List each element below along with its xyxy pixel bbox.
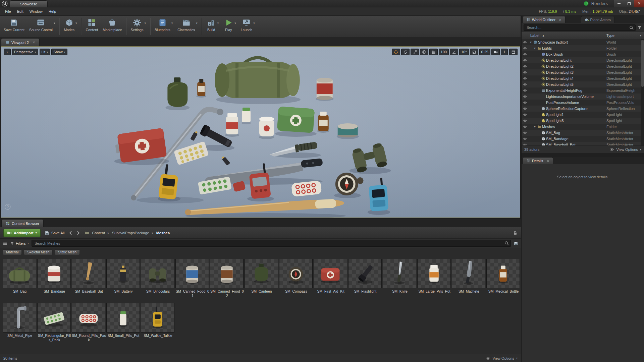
move-tool-button[interactable]: [392, 49, 400, 55]
asset-sm-machete[interactable]: SM_Machete: [452, 259, 486, 298]
visibility-eye-icon[interactable]: [522, 58, 528, 62]
asset-sm-medical-bottle[interactable]: SM_Medical_Bottle: [486, 259, 521, 298]
visibility-eye-icon[interactable]: [522, 101, 528, 105]
toolbar-play-button[interactable]: Play▾: [221, 16, 238, 37]
filters-button[interactable]: Filters ▾: [10, 241, 29, 245]
outliner-row-spotlight3[interactable]: SpotLight3SpotLight: [522, 118, 644, 124]
expander-arrow-icon[interactable]: ▾: [533, 47, 537, 50]
visibility-eye-icon[interactable]: [522, 46, 528, 50]
asset-sm-metal-pipe[interactable]: SM_Metal_Pipe: [3, 303, 37, 342]
visibility-eye-icon[interactable]: [522, 143, 528, 145]
tab-viewport-2[interactable]: Viewport 2 ✕: [1, 38, 40, 46]
menu-edit[interactable]: Edit: [14, 8, 26, 15]
rotation-snap-toggle[interactable]: [450, 49, 458, 55]
asset-sm-bag[interactable]: SM_Bag: [3, 259, 37, 298]
toolbar-marketplace-button[interactable]: Marketplace: [100, 16, 124, 37]
outliner-row-spherereflectioncapture[interactable]: SphereReflectionCaptureSphereReflection: [522, 106, 644, 112]
outliner-search-input[interactable]: [524, 24, 636, 31]
outliner-row-directionallight[interactable]: DirectionalLightDirectionalLight: [522, 57, 644, 63]
asset-sm-binoculars[interactable]: SM_Binoculars: [141, 259, 175, 298]
toolbar-source-control-button[interactable]: Source Control▾: [27, 16, 58, 37]
save-all-button[interactable]: Save All: [45, 231, 65, 235]
prop-first-aid-kit-green[interactable]: [277, 106, 315, 133]
save-search-icon[interactable]: [514, 241, 518, 246]
visibility-eye-icon[interactable]: [522, 70, 528, 74]
asset-sm-knife[interactable]: SM_Knife: [383, 259, 417, 298]
asset-sm-compass[interactable]: SM_Compass: [279, 259, 313, 298]
forward-button[interactable]: [76, 231, 80, 235]
asset-sm-battery[interactable]: SM_Battery: [106, 259, 141, 298]
asset-sm-first-aid-kit[interactable]: SM_First_Aid_Kit: [314, 259, 348, 298]
toolbar-content-button[interactable]: Content: [84, 16, 101, 37]
lit-button[interactable]: Lit▾: [40, 49, 50, 55]
breadcrumb-meshes[interactable]: Meshes: [156, 231, 170, 235]
visibility-eye-icon[interactable]: [522, 40, 528, 44]
perspective-button[interactable]: Perspective▾: [12, 49, 38, 55]
outliner-row-spotlight1[interactable]: SpotLight1SpotLight: [522, 112, 644, 118]
camera-speed-button[interactable]: [491, 49, 500, 55]
outliner-row-sm-baseball-bat[interactable]: SM_Baseball_BatStaticMeshActor: [522, 142, 644, 145]
outliner-filter-icon[interactable]: [637, 25, 642, 30]
toolbar-launch-button[interactable]: Launch▾: [238, 16, 257, 37]
outliner-row-meshes[interactable]: ▾MeshesFolder: [522, 124, 644, 130]
asset-sm-canned-food-02[interactable]: SM_Canned_Food_02: [210, 259, 244, 298]
visibility-eye-icon[interactable]: [522, 88, 528, 93]
outliner-row-box-brush[interactable]: Box BrushBrush: [522, 51, 644, 57]
grid-snap-toggle[interactable]: [429, 49, 438, 55]
visibility-eye-icon[interactable]: [522, 76, 528, 80]
outliner-row-exponentialheightfog[interactable]: ExponentialHeightFogExponentialHeigh: [522, 87, 644, 94]
visibility-eye-icon[interactable]: [522, 64, 528, 68]
outliner-row-directionallight2[interactable]: DirectionalLight2DirectionalLight: [522, 63, 644, 69]
asset-search-input[interactable]: [32, 240, 511, 247]
launcher-icon[interactable]: [584, 1, 589, 6]
menu-help[interactable]: Help: [46, 8, 59, 15]
scale-tool-button[interactable]: [411, 49, 419, 55]
viewport-options-button[interactable]: ▾: [4, 49, 11, 55]
toolbar-build-button[interactable]: Build▾: [204, 16, 221, 37]
visibility-eye-icon[interactable]: [522, 137, 528, 141]
scale-snap-value[interactable]: 0.25: [479, 49, 490, 55]
world-local-toggle[interactable]: [420, 49, 428, 55]
tab-close-icon[interactable]: ✕: [559, 18, 561, 22]
asset-sm-canteen[interactable]: SM_Canteen: [245, 259, 279, 298]
outliner-row-lightmassimportancevolume[interactable]: LightmassImportanceVolumeLightmassImport: [522, 94, 644, 100]
visibility-eye-icon[interactable]: [522, 131, 528, 135]
asset-sm-round-pills-pack[interactable]: SM_Round_Pills_Pack: [72, 303, 106, 342]
filter-chip-static-mesh[interactable]: Static Mesh: [55, 249, 80, 255]
prop-canned-food[interactable]: [316, 78, 334, 101]
visibility-eye-icon[interactable]: [522, 113, 528, 117]
outliner-row-showcase-editor[interactable]: ▾Showcase (Editor)World: [522, 39, 644, 45]
rotation-snap-value[interactable]: 10°: [459, 49, 469, 55]
tab-close-icon[interactable]: ✕: [547, 159, 549, 163]
menu-window[interactable]: Window: [26, 8, 46, 15]
toolbar-cinematics-button[interactable]: Cinematics▾: [175, 16, 200, 37]
toolbar-settings-button[interactable]: Settings▾: [128, 16, 148, 37]
viewport-panel[interactable]: ? ▾ Perspective▾ Lit▾ Show▾ 100 10° 0.25…: [1, 46, 520, 218]
scale-snap-toggle[interactable]: [470, 49, 478, 55]
outliner-view-options-button[interactable]: View Options ▾: [609, 147, 641, 152]
restore-button[interactable]: [624, 0, 634, 7]
breadcrumb-survivalpropspackage[interactable]: SurvivalPropsPackage: [112, 231, 149, 235]
column-label[interactable]: Label: [530, 34, 539, 38]
tab-close-icon[interactable]: ✕: [33, 41, 35, 44]
asset-sm-large-pills-pot[interactable]: SM_Large_Pills_Pot: [417, 259, 451, 298]
view-options-button[interactable]: View Options ▾: [486, 356, 518, 361]
back-button[interactable]: [68, 231, 73, 235]
add-import-button[interactable]: Add/Import ▾: [3, 229, 41, 237]
close-button[interactable]: ✕: [634, 0, 644, 7]
viewport-3d-scene[interactable]: ?: [1, 47, 520, 218]
asset-sm-bandage[interactable]: SM_Bandage: [37, 259, 71, 298]
type-filter-caret-icon[interactable]: ▾: [640, 34, 641, 37]
visibility-eye-icon[interactable]: [522, 82, 528, 86]
toolbar-save-current-button[interactable]: Save Current: [1, 16, 27, 37]
visibility-eye-icon[interactable]: [522, 125, 528, 129]
outliner-row-directionallight4[interactable]: DirectionalLight4DirectionalLight: [522, 75, 644, 81]
toolbar-modes-button[interactable]: Modes▾: [61, 16, 79, 37]
minimize-button[interactable]: [614, 0, 624, 7]
asset-sm-small-pills-pot[interactable]: SM_Small_Pills_Pot: [106, 303, 141, 342]
prop-pills-pot-large[interactable]: [225, 113, 239, 137]
window-tab-showcase[interactable]: Showcase: [10, 0, 48, 7]
prop-canned-food-flat[interactable]: [337, 123, 359, 139]
prop-duffel-bag[interactable]: [215, 58, 301, 104]
panel-splitter[interactable]: [522, 153, 644, 157]
